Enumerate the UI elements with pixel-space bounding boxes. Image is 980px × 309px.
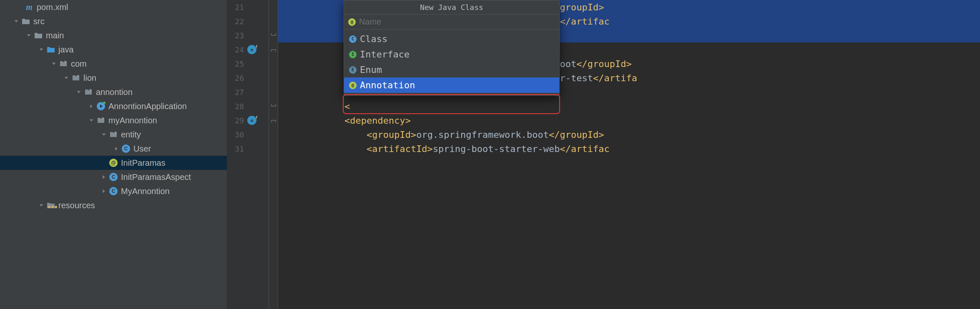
svg-point-0 — [64, 61, 67, 63]
code-line[interactable]: < — [278, 99, 980, 113]
runnable-class-icon — [97, 102, 105, 110]
tree-item-initparamasaspect[interactable]: C InitParamasAspect — [0, 170, 227, 184]
override-gutter-icon[interactable]: o↑ — [247, 45, 256, 54]
annotation-icon: @ — [349, 82, 357, 89]
svg-point-2 — [89, 89, 92, 92]
resources-folder-icon — [47, 201, 55, 209]
tree-label: lion — [83, 73, 96, 83]
tree-label: src — [33, 17, 45, 26]
tree-item-initparamas[interactable]: @ InitParamas — [0, 156, 227, 170]
maven-icon: m — [25, 3, 33, 11]
new-class-popup: New Java Class @ C Class I Interface E E… — [344, 0, 560, 96]
chevron-down-icon[interactable] — [75, 88, 83, 96]
svg-point-4 — [114, 132, 117, 134]
code-editor[interactable]: <groupId>org.springframework.boot</group… — [278, 0, 980, 309]
line-number: 27 — [231, 88, 244, 97]
fold-start-icon[interactable] — [271, 47, 276, 52]
interface-icon: I — [349, 51, 357, 58]
tree-label: InitParamasAspect — [121, 172, 191, 182]
svg-point-1 — [77, 75, 79, 77]
tree-label: entity — [121, 130, 141, 140]
package-icon — [109, 130, 118, 139]
popup-option-annotation[interactable]: @ Annotation — [344, 77, 559, 93]
chevron-down-icon[interactable] — [88, 117, 95, 124]
tree-label: pom.xml — [37, 2, 68, 12]
tree-label: InitParamas — [121, 158, 166, 168]
override-gutter-icon[interactable]: o↑ — [247, 116, 256, 125]
tree-label: resources — [58, 201, 95, 210]
tree-item-resources[interactable]: resources — [0, 198, 227, 212]
tree-label: main — [46, 31, 64, 40]
tree-label: User — [133, 144, 151, 154]
tree-item-src[interactable]: src — [0, 14, 227, 28]
popup-title: New Java Class — [344, 0, 559, 15]
line-number: 28 — [231, 102, 244, 111]
fold-ribbon[interactable] — [269, 0, 278, 309]
chevron-down-icon[interactable] — [38, 202, 45, 209]
tree-item-java[interactable]: java — [0, 42, 227, 57]
tree-item-lion[interactable]: lion — [0, 71, 227, 85]
tree-label: com — [71, 59, 87, 69]
line-number: 21 — [231, 3, 244, 12]
line-number: 30 — [231, 130, 244, 139]
chevron-down-icon[interactable] — [100, 131, 108, 138]
tree-item-myannontion[interactable]: myAnnontion — [0, 113, 227, 127]
chevron-down-icon[interactable] — [13, 17, 20, 25]
package-icon — [84, 88, 93, 96]
project-tree[interactable]: m pom.xml src main java com — [0, 0, 227, 309]
tree-label: MyAnnontion — [121, 187, 170, 196]
code-line[interactable]: <dependency> — [278, 113, 980, 127]
fold-end-icon[interactable] — [271, 104, 276, 109]
enum-icon: E — [349, 66, 357, 74]
class-name-input[interactable] — [359, 17, 555, 27]
svg-point-3 — [102, 117, 104, 120]
popup-option-class[interactable]: C Class — [344, 31, 559, 47]
tree-item-user[interactable]: C User — [0, 142, 227, 156]
tree-item-annontion-app[interactable]: AnnontionApplication — [0, 99, 227, 113]
tree-label: annontion — [96, 87, 133, 97]
tree-item-pom[interactable]: m pom.xml — [0, 0, 227, 14]
chevron-down-icon[interactable] — [38, 46, 45, 53]
tree-item-com[interactable]: com — [0, 57, 227, 71]
line-number: 26 — [231, 74, 244, 82]
package-icon — [72, 74, 80, 82]
line-number: 31 — [231, 145, 244, 153]
chevron-right-icon[interactable] — [100, 173, 108, 181]
popup-option-interface[interactable]: I Interface — [344, 47, 559, 62]
folder-icon — [22, 17, 30, 25]
popup-option-label: Annotation — [360, 80, 415, 90]
line-number: 23 — [231, 31, 244, 40]
tree-item-annontion[interactable]: annontion — [0, 85, 227, 99]
line-number: 22 — [231, 17, 244, 26]
line-number: 25 — [231, 60, 244, 68]
source-folder-icon — [47, 45, 55, 54]
chevron-down-icon[interactable] — [25, 32, 33, 39]
fold-end-icon[interactable] — [271, 33, 276, 38]
tree-label: myAnnontion — [108, 116, 157, 125]
popup-option-label: Enum — [360, 65, 382, 75]
popup-option-label: Class — [360, 34, 387, 44]
annotation-icon: @ — [348, 18, 356, 26]
popup-option-enum[interactable]: E Enum — [344, 62, 559, 77]
tree-item-main[interactable]: main — [0, 28, 227, 42]
chevron-down-icon[interactable] — [63, 74, 70, 82]
editor-gutter[interactable]: 21 22 23 24o↑ 25 26 27 28 29o↑ 30 31 — [227, 0, 269, 309]
package-icon — [97, 116, 105, 125]
line-number: 24 — [231, 45, 244, 54]
chevron-right-icon[interactable] — [113, 145, 120, 152]
chevron-right-icon[interactable] — [100, 187, 108, 195]
chevron-right-icon[interactable] — [88, 102, 95, 110]
class-icon: C — [109, 187, 118, 195]
popup-option-label: Interface — [360, 49, 410, 60]
tree-item-myannontion-cls[interactable]: C MyAnnontion — [0, 184, 227, 198]
chevron-down-icon[interactable] — [50, 60, 58, 67]
tree-item-entity[interactable]: entity — [0, 127, 227, 142]
tree-label: java — [58, 45, 74, 55]
annotation-icon: @ — [109, 159, 118, 167]
class-icon: C — [349, 35, 357, 43]
tree-label: AnnontionApplication — [108, 102, 187, 111]
code-line[interactable]: <artifactId>spring-boot-starter-web</art… — [278, 142, 980, 156]
package-icon — [59, 60, 68, 68]
fold-start-icon[interactable] — [271, 118, 276, 123]
code-line[interactable]: <groupId>org.springframework.boot</group… — [278, 127, 980, 142]
